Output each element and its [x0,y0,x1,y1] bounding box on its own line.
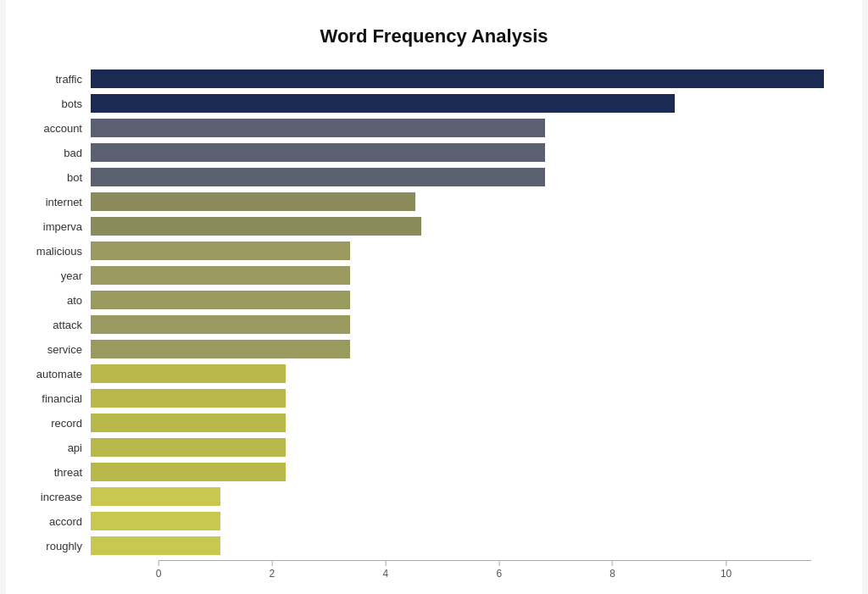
bar-label: record [23,417,91,430]
bar-row: imperva [91,215,828,237]
bar [91,241,350,260]
bar-row: traffic [91,68,828,90]
x-tick: 0 [156,561,162,580]
bar-row: roughly [91,535,828,557]
bar-label: automate [23,368,91,380]
bar-row: internet [91,191,828,213]
x-tick: 8 [609,561,615,580]
bar-label: roughly [23,540,91,552]
bar [91,414,286,432]
bar-label: api [23,441,91,454]
chart-plot-area: trafficbotsaccountbadbotinternetimpervam… [91,68,828,594]
bar-row: bad [91,142,828,164]
bar-label: financial [23,392,91,405]
bar-label: increase [23,491,91,503]
x-axis: 0246810 [159,560,811,594]
bar [91,69,824,88]
bar-row: malicious [91,240,828,262]
bar-row: year [91,264,828,286]
bar-row: bots [91,92,828,114]
bar-row: api [91,436,828,458]
bar-label: service [23,343,91,356]
bar-label: threat [23,466,91,479]
chart-title: Word Frequency Analysis [23,25,845,47]
bar-row: record [91,412,828,434]
bar [91,217,421,236]
bar-row: bot [91,166,828,188]
bar-label: attack [23,319,91,331]
x-tick-label: 8 [609,568,615,580]
bar [91,340,350,358]
bar-row: accord [91,510,828,532]
bar-label: ato [23,294,91,307]
bar-label: imperva [23,220,91,233]
x-tick-label: 6 [496,568,502,580]
bar-label: internet [23,196,91,208]
x-tick-label: 0 [156,568,162,580]
bar [91,94,675,113]
bar-label: accord [23,515,91,528]
x-tick-label: 2 [270,568,275,580]
chart-container: Word Frequency Analysis trafficbotsaccou… [6,0,862,594]
bar-row: ato [91,289,828,311]
bar-row: attack [91,314,828,336]
bar [91,192,415,211]
bar [91,168,545,186]
bar-label: traffic [23,73,91,86]
x-tick: 6 [496,561,502,580]
bar [91,119,545,137]
x-tick-label: 4 [382,568,388,580]
bar-label: bots [23,97,91,110]
bar-row: account [91,117,828,139]
bar-row: service [91,338,828,360]
bar [91,364,286,383]
bar [91,315,350,334]
bar-label: bad [23,147,91,159]
bar-label: year [23,269,91,282]
x-tick: 2 [270,561,275,580]
bar [91,536,220,555]
bar [91,512,220,530]
bar-label: bot [23,171,91,184]
bar-label: account [23,122,91,135]
bar [91,487,220,506]
x-tick: 10 [721,561,732,580]
bar [91,389,286,408]
bar-row: increase [91,486,828,508]
x-tick-label: 10 [721,568,732,580]
bar-label: malicious [23,245,91,258]
bar-row: threat [91,461,828,483]
bar-row: financial [91,387,828,409]
bar-row: automate [91,363,828,385]
bar [91,143,545,162]
bar [91,438,286,457]
x-tick: 4 [382,561,388,580]
bar [91,291,350,309]
bar [91,266,350,285]
bar [91,463,286,481]
